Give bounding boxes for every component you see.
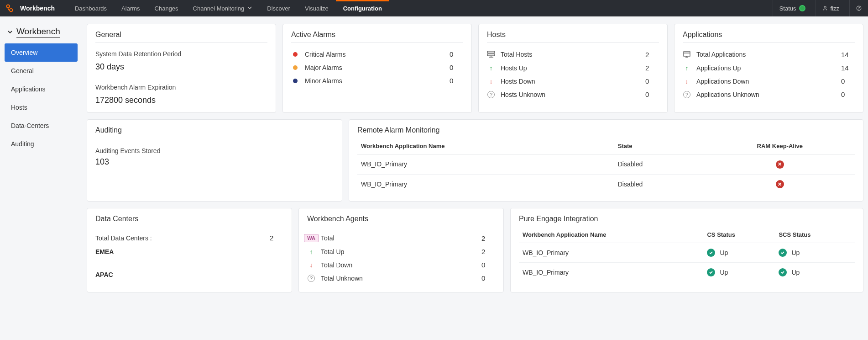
sidebar-item-applications[interactable]: Applications [5, 80, 78, 98]
card-applications: Applications Total Applications 14 ↑ App… [674, 24, 863, 113]
pei-app-name: WB_IO_Primary [519, 243, 703, 263]
sidebar-item-overview[interactable]: Overview [5, 43, 78, 62]
nav-channel-monitoring-label: Channel Monitoring [193, 5, 245, 12]
nav-visualize[interactable]: Visualize [298, 0, 336, 16]
top-nav-bar: Workbench Dashboards Alarms Changes Chan… [0, 0, 868, 16]
nav-alarms[interactable]: Alarms [114, 0, 147, 16]
alarm-expiration-value: 172800 seconds [95, 96, 267, 105]
critical-alarms-label: Critical Alarms [305, 51, 444, 58]
dc-total-value: 2 [270, 234, 283, 242]
card-title: Hosts [487, 31, 659, 39]
major-alarms-label: Major Alarms [305, 64, 444, 71]
user-menu[interactable]: fizz [816, 0, 850, 16]
hosts-up-label: Hosts Up [501, 64, 640, 72]
major-dot-icon [293, 65, 298, 70]
card-title: Active Alarms [291, 31, 463, 39]
sidebar-item-hosts[interactable]: Hosts [5, 98, 78, 117]
content-area: General System Data Retention Period 30 … [87, 24, 863, 292]
card-title: General [95, 31, 267, 39]
table-row: WB_IO_Primary Up Up [519, 263, 855, 282]
user-name: fizz [831, 5, 840, 12]
error-circle-icon: ✕ [776, 160, 784, 169]
dc-total-label: Total Data Centers : [95, 234, 264, 242]
pei-app-name: WB_IO_Primary [519, 263, 703, 282]
apps-total-value: 14 [841, 51, 855, 58]
hosts-up-value: 2 [645, 64, 659, 72]
sidebar-item-data-centers[interactable]: Data-Centers [5, 117, 78, 135]
scs-status: Up [791, 249, 800, 256]
nav-changes[interactable]: Changes [147, 0, 186, 16]
card-data-centers: Data Centers Total Data Centers : 2 EMEA… [87, 208, 292, 292]
apps-down-value: 0 [841, 77, 855, 85]
apps-up-label: Applications Up [696, 64, 836, 72]
help-button[interactable] [850, 0, 868, 16]
ram-col-state: State [614, 138, 705, 154]
status-dropdown[interactable]: Status [773, 0, 816, 16]
apps-up-value: 14 [841, 64, 855, 72]
svg-point-2 [824, 6, 826, 8]
hosts-down-label: Hosts Down [501, 78, 640, 85]
apps-unknown-value: 0 [841, 90, 855, 98]
card-hosts: Hosts Total Hosts 2 ↑ Hosts Up 2 ↓ Hosts… [478, 24, 668, 113]
ram-col-keepalive: RAM Keep-Alive [705, 138, 855, 154]
pei-table: Workbench Application Name CS Status SCS… [519, 227, 855, 282]
cs-status: Up [720, 249, 728, 256]
apps-down-label: Applications Down [696, 78, 836, 85]
ram-table: Workbench Application Name State RAM Kee… [357, 138, 855, 194]
check-circle-icon [779, 249, 787, 257]
svg-rect-6 [487, 54, 495, 56]
card-title: Data Centers [95, 215, 283, 223]
nav-discover[interactable]: Discover [260, 0, 298, 16]
arrow-up-icon: ↑ [683, 64, 691, 72]
agents-total-value: 2 [481, 234, 495, 242]
nav-dashboards[interactable]: Dashboards [68, 0, 114, 16]
brand-logo-icon [4, 2, 16, 14]
arrow-up-icon: ↑ [307, 248, 315, 255]
chevron-down-icon[interactable] [7, 29, 13, 36]
minor-alarms-value: 0 [450, 77, 463, 85]
arrow-down-icon: ↓ [307, 261, 315, 269]
dc-region-emea: EMEA [95, 244, 283, 259]
question-circle-icon: ? [683, 91, 691, 98]
apps-total-label: Total Applications [696, 51, 836, 58]
hosts-unknown-label: Hosts Unknown [501, 91, 640, 98]
pei-col-scs: SCS Status [775, 227, 855, 243]
hosts-unknown-value: 0 [645, 90, 659, 98]
critical-dot-icon [293, 52, 298, 57]
arrow-down-icon: ↓ [487, 78, 495, 85]
question-circle-icon: ? [487, 91, 495, 98]
card-remote-alarm-monitoring: Remote Alarm Monitoring Workbench Applic… [349, 119, 863, 202]
card-title: Auditing [95, 126, 334, 134]
card-title: Applications [683, 31, 855, 39]
wa-badge-icon: WA [304, 234, 319, 242]
minor-dot-icon [293, 79, 298, 83]
retention-value: 30 days [95, 62, 267, 72]
ram-app-name: WB_IO_Primary [357, 154, 614, 175]
check-circle-icon [779, 268, 787, 276]
ram-app-name: WB_IO_Primary [357, 174, 614, 194]
nav-configuration[interactable]: Configuration [336, 0, 389, 16]
svg-point-1 [10, 9, 13, 12]
card-active-alarms: Active Alarms Critical Alarms 0 Major Al… [282, 24, 472, 113]
arrow-down-icon: ↓ [683, 78, 691, 85]
agents-total-label: Total [321, 234, 476, 242]
pei-col-cs: CS Status [703, 227, 775, 243]
hosts-total-label: Total Hosts [501, 51, 640, 58]
card-general: General System Data Retention Period 30 … [87, 24, 276, 113]
card-pure-engage-integration: Pure Engage Integration Workbench Applic… [510, 208, 863, 292]
critical-alarms-value: 0 [450, 50, 463, 58]
hosts-total-value: 2 [645, 51, 659, 58]
error-circle-icon: ✕ [776, 180, 784, 188]
apps-unknown-label: Applications Unknown [696, 91, 836, 98]
svg-point-0 [6, 5, 10, 8]
hosts-total-icon [487, 50, 495, 58]
brand-name: Workbench [20, 5, 55, 12]
nav-channel-monitoring[interactable]: Channel Monitoring [186, 0, 260, 16]
sidebar-item-auditing[interactable]: Auditing [5, 135, 78, 153]
table-row: WB_IO_Primary Disabled ✕ [357, 154, 855, 175]
sidebar-item-general[interactable]: General [5, 62, 78, 80]
question-circle-icon: ? [307, 275, 315, 282]
sidebar-title[interactable]: Workbench [16, 27, 60, 38]
minor-alarms-label: Minor Alarms [305, 77, 444, 85]
agents-down-label: Total Down [321, 261, 476, 269]
